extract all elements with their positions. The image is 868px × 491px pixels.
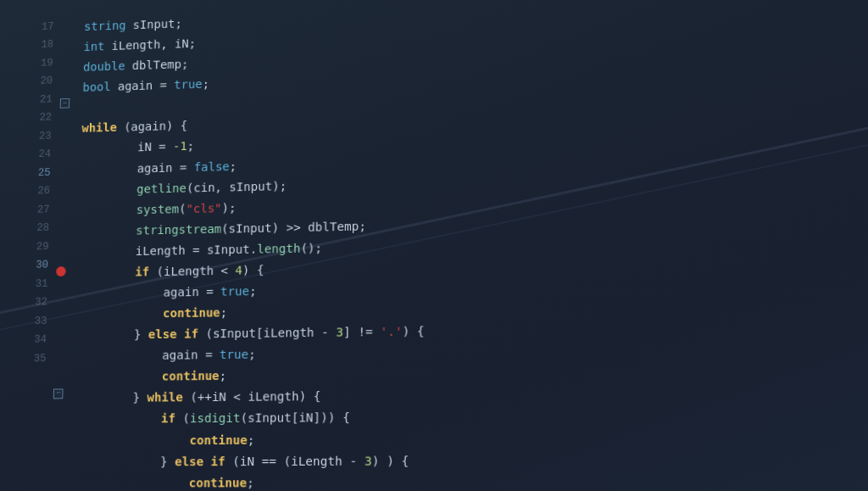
line-num-27: 27 [14,201,50,220]
code-area: string sInput; int iLength, iN; double d… [64,0,868,491]
line-num-34: 34 [11,331,47,350]
line-num-31: 31 [13,275,48,294]
line-num-18: 18 [19,36,54,55]
line-num-32: 32 [12,293,47,313]
line-num-30: 30 [13,256,48,276]
line-num-25: 25 [15,164,51,183]
fold-marker-21[interactable]: − [60,98,70,109]
fold-marker-35[interactable]: − [53,388,64,399]
line-num-35: 35 [10,349,46,369]
code-line-38: continue; [74,471,868,491]
line-num-28: 28 [14,219,49,238]
code-line-36: continue; [75,427,868,452]
line-num-19: 19 [18,54,53,74]
editor-inner: 17 18 19 20 21 22 23 24 25 26 27 28 29 3… [8,0,868,491]
line-num-20: 20 [18,72,53,92]
line-num-29: 29 [14,237,49,257]
code-line-37: } else if (iN == (iLength - 3) ) { [75,449,868,472]
line-num-23: 23 [16,127,52,147]
editor-container: 17 18 19 20 21 22 23 24 25 26 27 28 29 3… [0,0,868,491]
breakpoint-29[interactable] [56,266,66,276]
line-num-24: 24 [15,146,51,165]
line-num-22: 22 [17,109,53,128]
line-num-33: 33 [11,312,47,332]
line-num-26: 26 [14,182,50,202]
line-num-21: 21 [17,91,53,110]
line-num-17: 17 [19,18,54,37]
